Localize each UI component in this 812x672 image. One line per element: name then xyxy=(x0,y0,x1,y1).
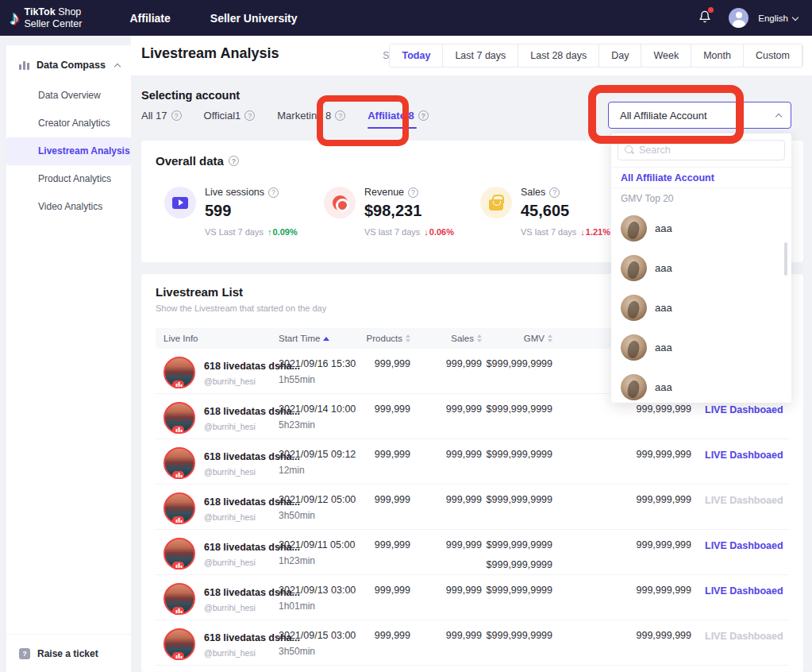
account-search-input[interactable] xyxy=(639,145,778,156)
dropdown-option-all-affiliate[interactable]: All Affiliate Account xyxy=(611,167,791,187)
help-circle-icon[interactable] xyxy=(549,187,560,198)
help-circle-icon[interactable] xyxy=(418,110,429,121)
date-range-tab[interactable]: Custom xyxy=(744,44,802,67)
live-thumbnail xyxy=(164,447,195,479)
live-badge-icon xyxy=(176,427,183,432)
account-tab[interactable]: Marketing 8 xyxy=(277,110,345,129)
sidebar-item[interactable]: Data Overview xyxy=(6,82,131,110)
products-cell: 999,999 xyxy=(366,538,410,550)
date-range-tab-label: Last 7 days xyxy=(455,50,506,61)
live-dashboard-link[interactable]: LIVE Dashboaed xyxy=(705,539,783,551)
viewers-cell: 999,999,999 xyxy=(552,538,691,550)
sidebar-section-data-compass[interactable]: Data Compass xyxy=(6,45,131,82)
raise-a-ticket-button[interactable]: ? Raise a ticket xyxy=(6,634,131,672)
date-range-tab[interactable]: Day xyxy=(599,44,641,67)
chevron-up-icon xyxy=(114,64,121,70)
account-dropdown-panel: All Affiliate Account GMV Top 20 aaa aaa… xyxy=(611,133,791,403)
live-dashboard-link[interactable]: LIVE Dashboaed xyxy=(705,629,783,642)
sales-cell: 999,999 xyxy=(410,628,482,641)
live-thumbnail xyxy=(164,402,195,434)
date-range-tab[interactable]: Week xyxy=(641,44,691,67)
date-range-tab-label: Last 28 days xyxy=(530,50,587,61)
date-range-tab[interactable]: Today xyxy=(390,44,443,67)
help-icon: ? xyxy=(19,648,30,659)
user-avatar[interactable] xyxy=(729,8,749,28)
sidebar-section-label: Data Compass xyxy=(37,60,110,71)
duration: 5h23min xyxy=(279,419,366,431)
sales-cell: 999,999 xyxy=(410,447,482,460)
chevron-up-icon xyxy=(775,114,782,120)
account-avatar xyxy=(621,255,647,281)
products-cell: 999,999 xyxy=(366,583,410,596)
selecting-account-heading: Selecting account xyxy=(141,89,240,102)
gmv-value: $999,999,9999 xyxy=(482,538,552,550)
column-products[interactable]: Products xyxy=(366,334,410,343)
affiliate-account-select[interactable]: All Affiliate Account xyxy=(608,102,791,129)
navbar-right-cluster: English xyxy=(698,8,798,28)
live-dashboard-link[interactable]: LIVE Dashboaed xyxy=(705,584,783,597)
help-circle-icon[interactable] xyxy=(171,110,182,121)
help-circle-icon[interactable] xyxy=(268,187,279,198)
date-range-tab[interactable]: Last 28 days xyxy=(518,44,599,67)
sidebar-item[interactable]: Product Analytics xyxy=(6,165,131,193)
account-tab-label: Official1 xyxy=(204,110,241,122)
action-cell: LIVE Dashboaed xyxy=(691,447,789,462)
column-live-info: Live Info xyxy=(164,334,279,343)
help-circle-icon[interactable] xyxy=(408,187,418,198)
date-range-tab-label: Month xyxy=(703,50,731,61)
account-tab[interactable]: Official1 xyxy=(204,110,256,129)
start-time: 2021/09/14 10:00 xyxy=(279,402,366,415)
metric-text: Live sessions 599 VS Last 7 days 0.09% xyxy=(205,187,298,237)
column-sales[interactable]: Sales xyxy=(410,334,482,343)
metric-block: Live sessions 599 VS Last 7 days 0.09% xyxy=(164,187,298,237)
help-circle-icon[interactable] xyxy=(335,110,345,121)
start-time-cell: 2021/09/16 15:30 1h55min xyxy=(279,357,366,385)
sidebar-item[interactable]: Livestream Analysis xyxy=(6,137,131,165)
account-tab[interactable]: All 17 xyxy=(141,110,182,129)
dropdown-account-item[interactable]: aaa xyxy=(611,248,791,288)
account-select-value: All Affiliate Account xyxy=(620,110,772,122)
metric-icon xyxy=(164,187,196,218)
brand-name: TikTok xyxy=(25,6,56,17)
sales-cell: 999,999 xyxy=(410,492,482,505)
sidebar-item[interactable]: Creator Analytics xyxy=(6,110,131,137)
start-time: 2021/09/15 03:00 xyxy=(279,628,366,641)
help-circle-icon[interactable] xyxy=(244,110,255,121)
date-range-tab[interactable]: Last 7 days xyxy=(443,44,518,67)
start-time: 2021/09/16 15:30 xyxy=(279,357,366,369)
sidebar-item[interactable]: Video Analytics xyxy=(6,193,131,221)
date-range-tab[interactable]: Month xyxy=(691,44,744,67)
dropdown-account-item[interactable]: aaa xyxy=(611,208,791,248)
metric-compare-label: VS Last 7 days xyxy=(205,227,264,237)
column-gmv[interactable]: GMV xyxy=(482,334,552,343)
nav-link-seller-university[interactable]: Seller University xyxy=(210,12,298,25)
language-selector[interactable]: English xyxy=(758,14,798,23)
tiktok-shop-logo[interactable]: ♪ TikTok Shop Seller Center xyxy=(10,6,82,30)
column-start-time[interactable]: Start Time xyxy=(279,334,366,343)
sidebar-item-label: Livestream Analysis xyxy=(38,145,130,156)
notification-bell-icon[interactable] xyxy=(698,10,711,27)
coin-icon xyxy=(333,195,348,210)
account-tab-label: All 17 xyxy=(141,110,167,122)
dropdown-account-item[interactable]: aaa xyxy=(611,327,791,367)
action-cell: LIVE Dashboaed xyxy=(691,583,789,597)
nav-link-affiliate[interactable]: Affiliate xyxy=(129,12,170,25)
help-circle-icon[interactable] xyxy=(229,156,239,166)
live-badge-icon xyxy=(176,608,183,613)
gmv-cell: $999,999,9999 xyxy=(482,628,552,641)
livestream-table-row: 618 livedatas dsha... @burrihi_hesi 2021… xyxy=(156,485,789,530)
metric-compare-row: VS last 7 days 0.06% xyxy=(364,227,454,237)
livestream-table-row: 618 livedatas dsha... @burrihi_hesi 2021… xyxy=(156,620,789,666)
account-avatar xyxy=(621,295,647,321)
dropdown-account-item[interactable]: aaa xyxy=(611,367,791,407)
dropdown-account-item[interactable]: aaa xyxy=(611,288,791,327)
sidebar: Data Compass Data Overview Creator Analy… xyxy=(6,45,131,672)
live-dashboard-link[interactable]: LIVE Dashboaed xyxy=(705,448,783,461)
live-dashboard-link[interactable]: LIVE Dashboaed xyxy=(705,493,783,506)
account-name: aaa xyxy=(655,222,672,234)
live-info-cell: 618 livedatas dsha... @burrihi_hesi xyxy=(156,583,279,615)
dropdown-scrollbar[interactable] xyxy=(784,242,787,276)
brand-shop: Shop xyxy=(58,6,81,17)
account-tab[interactable]: Affiliate 8 xyxy=(368,110,429,129)
live-badge-icon xyxy=(176,473,183,477)
